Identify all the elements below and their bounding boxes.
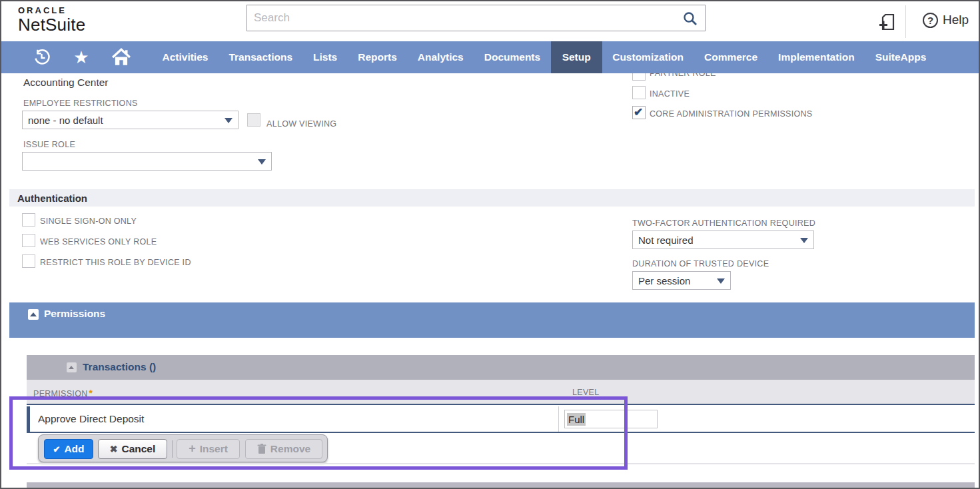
help-link[interactable]: Help (943, 13, 969, 27)
sublist-bottom-rule (27, 463, 975, 464)
tab-commerce[interactable]: Commerce (704, 51, 757, 63)
sublist-row: Full (27, 406, 975, 433)
search-icon[interactable] (682, 11, 698, 27)
issue-role-label: ISSUE ROLE (23, 140, 75, 149)
netsuite-window: Accounting Center EMPLOYEE RESTRICTIONS … (0, 0, 980, 489)
chevron-down-icon (717, 278, 725, 284)
search-input[interactable] (247, 5, 705, 31)
single-sign-on-checkbox[interactable] (22, 213, 35, 227)
permission-column-label: PERMISSION (33, 389, 88, 398)
permission-column-header: PERMISSION* (33, 388, 93, 398)
main-navigation: ★ Activities Transactions Lists Reports … (1, 41, 979, 73)
web-services-only-label: WEB SERVICES ONLY ROLE (40, 237, 157, 246)
x-icon: ✖ (110, 444, 118, 454)
tab-setup[interactable]: Setup (551, 41, 602, 73)
next-section-band (27, 482, 975, 489)
sublist-column-headers: PERMISSION* LEVEL (27, 380, 975, 405)
level-input[interactable]: Full (564, 410, 658, 428)
restrict-device-id-label: RESTRICT THIS ROLE BY DEVICE ID (40, 258, 191, 267)
global-search (246, 5, 706, 31)
tab-transactions[interactable]: Transactions (229, 51, 292, 63)
tab-implementation[interactable]: Implementation (778, 51, 855, 63)
web-services-only-checkbox[interactable] (22, 234, 35, 247)
collapse-icon[interactable] (28, 309, 39, 320)
remove-button-label: Remove (270, 443, 310, 455)
netsuite-logo[interactable]: ORACLE NetSuite (18, 6, 85, 33)
employee-restrictions-dropdown[interactable]: none - no default (22, 111, 239, 129)
nav-menu: Activities Transactions Lists Reports An… (152, 41, 937, 73)
home-icon[interactable] (111, 48, 132, 67)
history-icon[interactable] (31, 49, 52, 67)
employee-restrictions-value: none - no default (28, 115, 103, 126)
top-header-bar: ORACLE NetSuite ? Help (1, 1, 979, 41)
restrict-device-id-checkbox[interactable] (22, 254, 35, 268)
trusted-duration-value: Per session (638, 275, 690, 286)
netsuite-wordmark: NetSuite (18, 16, 85, 33)
required-asterisk: * (89, 388, 93, 398)
tab-lists[interactable]: Lists (313, 51, 337, 63)
insert-button[interactable]: + Insert (177, 439, 240, 459)
tab-analytics[interactable]: Analytics (418, 51, 464, 63)
tab-suiteapps[interactable]: SuiteApps (875, 51, 927, 63)
tab-reports[interactable]: Reports (358, 51, 397, 63)
single-sign-on-label: SINGLE SIGN-ON ONLY (40, 217, 137, 226)
transactions-sublist-header: Transactions () (27, 355, 975, 380)
inactive-checkbox[interactable] (632, 86, 646, 99)
collapse-icon[interactable] (67, 362, 77, 372)
two-factor-label: TWO-FACTOR AUTHENTICATION REQUIRED (632, 219, 815, 228)
transactions-title: Transactions () (83, 361, 156, 373)
center-type-value: Accounting Center (23, 77, 109, 89)
plus-icon: + (189, 442, 196, 454)
header-divider (905, 5, 906, 38)
inactive-label: INACTIVE (650, 89, 690, 99)
allow-viewing-label: ALLOW VIEWING (266, 119, 336, 129)
cancel-button[interactable]: ✖ Cancel (98, 439, 167, 459)
sublist-button-bar: ✔ Add ✖ Cancel + Insert Remove (38, 434, 328, 462)
cancel-button-label: Cancel (121, 443, 155, 455)
button-bar-divider (172, 440, 173, 458)
insert-button-label: Insert (200, 443, 228, 455)
tab-customization[interactable]: Customization (612, 51, 684, 63)
authentication-title: Authentication (17, 193, 87, 204)
permission-cell (30, 406, 559, 432)
chevron-down-icon (800, 238, 808, 243)
level-selected-text: Full (567, 413, 586, 426)
authentication-section-header: Authentication (9, 189, 975, 207)
level-column-header: LEVEL (572, 388, 599, 397)
tab-documents[interactable]: Documents (484, 51, 540, 63)
permissions-title: Permissions (44, 308, 105, 320)
tab-activities[interactable]: Activities (163, 51, 209, 63)
trash-icon (257, 444, 266, 454)
core-admin-permissions-checkbox[interactable] (632, 106, 646, 119)
issue-role-dropdown[interactable] (22, 152, 272, 171)
permission-input[interactable] (30, 406, 558, 432)
add-button[interactable]: ✔ Add (44, 439, 93, 459)
trusted-duration-dropdown[interactable]: Per session (632, 271, 731, 290)
remove-button[interactable]: Remove (245, 439, 322, 459)
chevron-down-icon (258, 159, 266, 165)
quick-add-icon[interactable] (877, 11, 898, 33)
shortcuts-star-icon[interactable]: ★ (71, 49, 92, 66)
employee-restrictions-label: EMPLOYEE RESTRICTIONS (23, 99, 138, 108)
check-icon: ✔ (53, 444, 60, 454)
core-admin-permissions-label: CORE ADMINISTRATION PERMISSIONS (650, 109, 813, 119)
permissions-section-header: Permissions (9, 302, 975, 338)
help-icon[interactable]: ? (923, 13, 938, 28)
trusted-duration-label: DURATION OF TRUSTED DEVICE (632, 259, 769, 268)
two-factor-value: Not required (638, 235, 694, 246)
chevron-down-icon (225, 118, 233, 123)
allow-viewing-checkbox[interactable] (247, 113, 260, 127)
two-factor-dropdown[interactable]: Not required (632, 231, 814, 249)
add-button-label: Add (64, 443, 84, 455)
oracle-wordmark: ORACLE (18, 6, 85, 15)
